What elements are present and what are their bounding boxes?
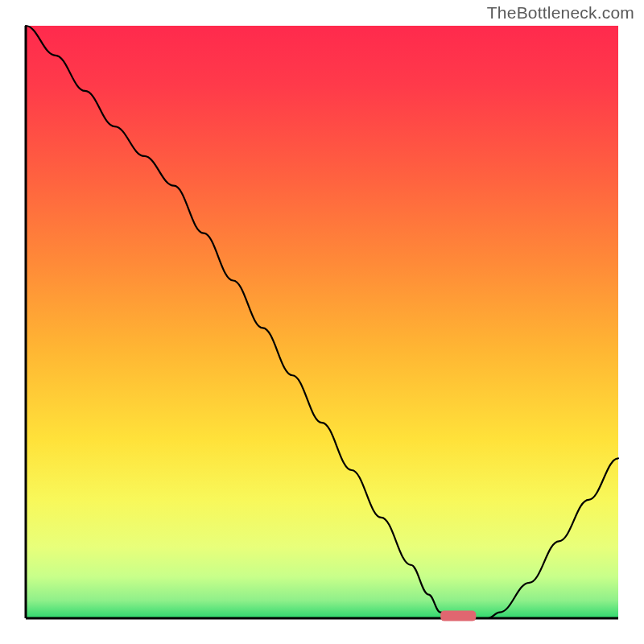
bottleneck-chart — [0, 0, 644, 644]
plot-background — [26, 26, 618, 618]
chart-svg — [0, 0, 644, 644]
watermark-text: TheBottleneck.com — [487, 3, 634, 23]
optimal-marker — [440, 610, 476, 621]
